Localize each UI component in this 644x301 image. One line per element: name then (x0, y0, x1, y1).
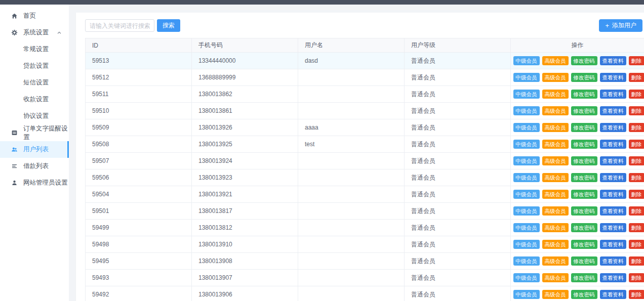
change-password-button[interactable]: 修改密码 (571, 223, 597, 232)
senior-member-button[interactable]: 高级会员 (542, 223, 569, 232)
view-profile-button[interactable]: 查看资料 (600, 273, 626, 282)
delete-button[interactable]: 删除 (629, 156, 644, 165)
view-profile-button[interactable]: 查看资料 (600, 173, 626, 182)
change-password-button[interactable]: 修改密码 (571, 73, 597, 82)
sidebar-item-label: 借款列表 (23, 162, 49, 170)
senior-member-button[interactable]: 高级会员 (542, 206, 569, 216)
column-header-phone: 手机号码 (192, 38, 298, 53)
senior-member-button[interactable]: 高级会员 (542, 273, 569, 282)
senior-member-button[interactable]: 高级会员 (542, 106, 569, 115)
senior-member-button[interactable]: 高级会员 (542, 123, 569, 132)
change-password-button[interactable]: 修改密码 (571, 206, 597, 216)
delete-button[interactable]: 删除 (629, 273, 644, 282)
search-button[interactable]: 搜索 (157, 19, 180, 32)
delete-button[interactable]: 删除 (629, 223, 644, 232)
sidebar-item-general-settings[interactable]: 常规设置 (0, 41, 69, 58)
delete-button[interactable]: 删除 (629, 206, 644, 216)
add-user-button[interactable]: + 添加用户 (599, 19, 642, 32)
view-profile-button[interactable]: 查看资料 (600, 73, 626, 82)
change-password-button[interactable]: 修改密码 (571, 140, 597, 149)
senior-member-button[interactable]: 高级会员 (542, 173, 569, 182)
change-password-button[interactable]: 修改密码 (571, 173, 597, 182)
delete-button[interactable]: 删除 (629, 190, 644, 199)
sidebar-item-home[interactable]: 首页 (0, 8, 69, 24)
sidebar-item-site-admin-settings[interactable]: 网站管理员设置 (0, 175, 69, 191)
senior-member-button[interactable]: 高级会员 (542, 73, 569, 82)
mid-member-button[interactable]: 中级会员 (513, 140, 540, 149)
change-password-button[interactable]: 修改密码 (571, 156, 597, 165)
view-profile-button[interactable]: 查看资料 (600, 56, 626, 65)
search-input[interactable] (85, 19, 154, 32)
mid-member-button[interactable]: 中级会员 (513, 206, 540, 216)
table-row: 5951213688889999普通会员中级会员高级会员修改密码查看资料删除 (86, 69, 644, 86)
change-password-button[interactable]: 修改密码 (571, 106, 597, 115)
view-profile-button[interactable]: 查看资料 (600, 206, 626, 216)
sidebar-item-loan-settings[interactable]: 贷款设置 (0, 58, 69, 74)
view-profile-button[interactable]: 查看资料 (600, 156, 626, 165)
mid-member-button[interactable]: 中级会员 (513, 90, 540, 99)
senior-member-button[interactable]: 高级会员 (542, 190, 569, 199)
delete-button[interactable]: 删除 (629, 140, 644, 149)
sidebar-item-sms-settings[interactable]: 短信设置 (0, 74, 69, 91)
cell-level: 普通会员 (405, 220, 511, 236)
cell-phone: 1380013910 (192, 236, 298, 253)
delete-button[interactable]: 删除 (629, 56, 644, 65)
view-profile-button[interactable]: 查看资料 (600, 190, 626, 199)
change-password-button[interactable]: 修改密码 (571, 123, 597, 132)
mid-member-button[interactable]: 中级会员 (513, 106, 540, 115)
mid-member-button[interactable]: 中级会员 (513, 290, 540, 299)
sidebar-item-label: 用户列表 (23, 145, 49, 154)
view-profile-button[interactable]: 查看资料 (600, 240, 626, 249)
mid-member-button[interactable]: 中级会员 (513, 56, 540, 65)
view-profile-button[interactable]: 查看资料 (600, 223, 626, 232)
sidebar-item-system-settings[interactable]: 系统设置 (0, 24, 69, 41)
change-password-button[interactable]: 修改密码 (571, 290, 597, 299)
cell-username: dasd (298, 53, 405, 69)
change-password-button[interactable]: 修改密码 (571, 256, 597, 266)
sidebar-item-label: 贷款设置 (23, 62, 49, 70)
sidebar-item-user-list[interactable]: 用户列表 (0, 141, 69, 158)
cell-id: 59506 (86, 169, 192, 186)
change-password-button[interactable]: 修改密码 (571, 90, 597, 99)
sidebar-item-order-text-reminder[interactable]: 订单文字提醒设置 (0, 124, 69, 141)
delete-button[interactable]: 删除 (629, 256, 644, 266)
mid-member-button[interactable]: 中级会员 (513, 273, 540, 282)
delete-button[interactable]: 删除 (629, 123, 644, 132)
delete-button[interactable]: 删除 (629, 90, 644, 99)
mid-member-button[interactable]: 中级会员 (513, 256, 540, 266)
senior-member-button[interactable]: 高级会员 (542, 56, 569, 65)
view-profile-button[interactable]: 查看资料 (600, 90, 626, 99)
sidebar-item-payment-settings[interactable]: 收款设置 (0, 91, 69, 108)
change-password-button[interactable]: 修改密码 (571, 273, 597, 282)
senior-member-button[interactable]: 高级会员 (542, 290, 569, 299)
mid-member-button[interactable]: 中级会员 (513, 240, 540, 249)
change-password-button[interactable]: 修改密码 (571, 190, 597, 199)
senior-member-button[interactable]: 高级会员 (542, 240, 569, 249)
mid-member-button[interactable]: 中级会员 (513, 173, 540, 182)
view-profile-button[interactable]: 查看资料 (600, 106, 626, 115)
senior-member-button[interactable]: 高级会员 (542, 156, 569, 165)
view-profile-button[interactable]: 查看资料 (600, 123, 626, 132)
view-profile-button[interactable]: 查看资料 (600, 256, 626, 266)
delete-button[interactable]: 删除 (629, 240, 644, 249)
senior-member-button[interactable]: 高级会员 (542, 140, 569, 149)
mid-member-button[interactable]: 中级会员 (513, 156, 540, 165)
delete-button[interactable]: 删除 (629, 106, 644, 115)
mid-member-button[interactable]: 中级会员 (513, 73, 540, 82)
view-profile-button[interactable]: 查看资料 (600, 140, 626, 149)
view-profile-button[interactable]: 查看资料 (600, 290, 626, 299)
senior-member-button[interactable]: 高级会员 (542, 90, 569, 99)
delete-button[interactable]: 删除 (629, 290, 644, 299)
delete-button[interactable]: 删除 (629, 173, 644, 182)
delete-button[interactable]: 删除 (629, 73, 644, 82)
change-password-button[interactable]: 修改密码 (571, 240, 597, 249)
mid-member-button[interactable]: 中级会员 (513, 190, 540, 199)
mid-member-button[interactable]: 中级会员 (513, 123, 540, 132)
sidebar-item-borrow-list[interactable]: 借款列表 (0, 158, 69, 175)
cell-phone: 1380013862 (192, 86, 298, 103)
senior-member-button[interactable]: 高级会员 (542, 256, 569, 266)
change-password-button[interactable]: 修改密码 (571, 56, 597, 65)
sidebar-item-agreement-settings[interactable]: 协议设置 (0, 108, 69, 124)
cell-actions: 中级会员高级会员修改密码查看资料删除 (511, 169, 644, 186)
mid-member-button[interactable]: 中级会员 (513, 223, 540, 232)
